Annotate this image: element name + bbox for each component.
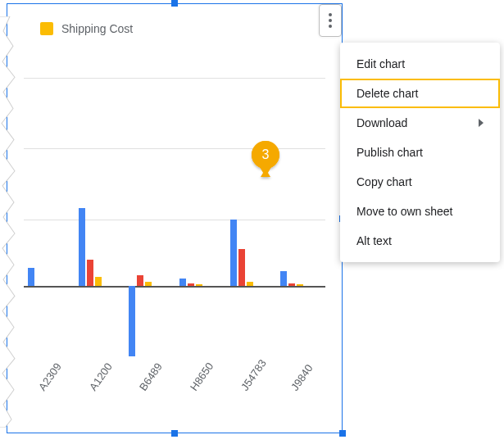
- chart-more-menu-button[interactable]: [319, 4, 342, 37]
- menu-item-download[interactable]: Download: [340, 108, 500, 138]
- bar: [247, 282, 253, 286]
- chart-context-menu: Edit chartDelete chartDownloadPublish ch…: [340, 43, 500, 262]
- menu-item-copy-chart[interactable]: Copy chart: [340, 167, 500, 197]
- torn-edge-decoration: [0, 16, 20, 428]
- bar: [79, 208, 85, 286]
- bar: [179, 279, 186, 286]
- bar: [145, 282, 152, 286]
- x-axis-label: A2309: [36, 360, 64, 392]
- bar: [95, 277, 102, 286]
- bar: [28, 268, 34, 287]
- bar: [188, 283, 194, 287]
- legend-swatch-shipping-cost: [40, 22, 53, 35]
- submenu-arrow-icon: [479, 119, 484, 127]
- bar: [87, 260, 93, 286]
- gridline: [24, 220, 325, 220]
- menu-item-label: Copy chart: [356, 175, 412, 188]
- x-axis-label: B6489: [137, 360, 165, 392]
- step-number: 3: [250, 139, 281, 170]
- bar: [280, 271, 287, 286]
- menu-item-publish-chart[interactable]: Publish chart: [340, 138, 500, 167]
- menu-item-alt-text[interactable]: Alt text: [340, 226, 500, 256]
- bar: [297, 284, 303, 286]
- bar: [129, 286, 135, 356]
- step-badge: 3: [250, 139, 281, 180]
- menu-item-delete-chart[interactable]: Delete chart: [340, 79, 500, 108]
- menu-item-label: Download: [356, 116, 407, 129]
- bar: [196, 284, 202, 286]
- bar: [238, 249, 245, 286]
- x-axis-baseline: [24, 286, 325, 288]
- x-axis-labels: A2309A1200B6489H8650J54783J9840: [24, 355, 325, 404]
- legend-label: Shipping Cost: [61, 22, 133, 35]
- menu-item-label: Publish chart: [356, 146, 423, 159]
- menu-item-label: Move to own sheet: [356, 205, 453, 218]
- resize-handle-top[interactable]: [171, 0, 178, 7]
- resize-handle-bottom[interactable]: [171, 430, 178, 437]
- bar: [230, 220, 237, 287]
- menu-item-label: Edit chart: [356, 57, 405, 70]
- chart-plot-area: [24, 78, 325, 359]
- x-axis-label: J54783: [238, 357, 269, 393]
- bar: [288, 283, 295, 286]
- resize-handle-bottom-right[interactable]: [339, 430, 346, 437]
- x-axis-label: A1200: [87, 360, 115, 392]
- menu-item-label: Delete chart: [356, 87, 418, 100]
- menu-item-label: Alt text: [356, 234, 392, 247]
- chart-legend: Shipping Cost: [40, 22, 133, 35]
- gridline: [24, 78, 325, 79]
- x-axis-label: H8650: [188, 360, 216, 393]
- menu-item-edit-chart[interactable]: Edit chart: [340, 49, 500, 79]
- menu-item-move-to-own-sheet[interactable]: Move to own sheet: [340, 197, 500, 226]
- chart-container[interactable]: Shipping Cost A2309A1200B6489H8650J54783…: [7, 3, 343, 433]
- x-axis-label: J9840: [288, 362, 316, 393]
- bar: [137, 275, 143, 287]
- vertical-dots-icon: [329, 13, 332, 28]
